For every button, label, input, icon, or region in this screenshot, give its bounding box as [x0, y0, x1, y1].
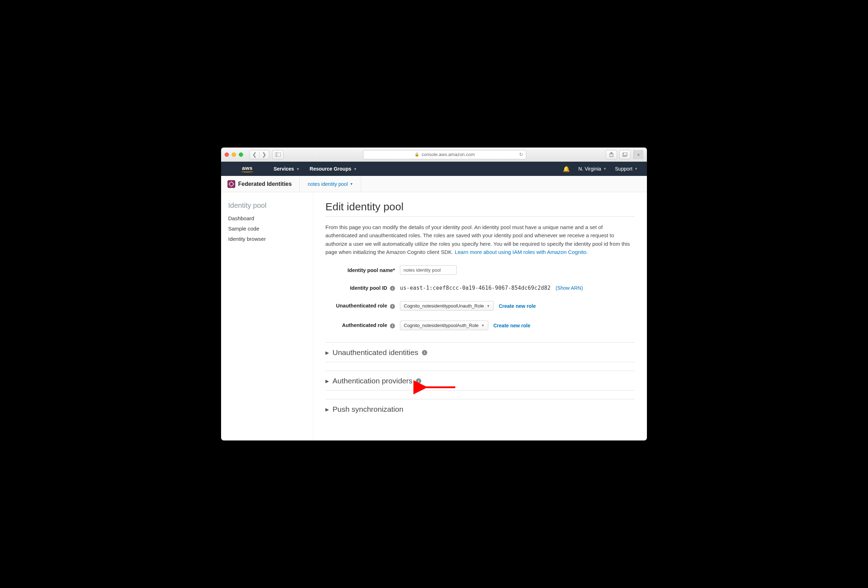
unauthenticated-role-label: Unauthenticated role i [325, 303, 400, 309]
service-title[interactable]: Federated Identities [238, 176, 300, 192]
resource-groups-menu[interactable]: Resource Groups ▼ [305, 162, 362, 176]
chevron-down-icon: ▼ [481, 324, 484, 327]
collapse-caret-icon: ▶ [325, 350, 329, 355]
identity-pool-name-input[interactable] [400, 265, 457, 275]
identity-pool-id-label: Identity pool ID i [325, 285, 400, 291]
aws-logo[interactable]: aws [241, 165, 253, 172]
share-icon [609, 152, 614, 157]
new-tab-button[interactable]: + [633, 150, 644, 159]
fullscreen-window-button[interactable] [239, 152, 243, 157]
show-arn-link[interactable]: (Show ARN) [556, 285, 583, 291]
sidebar-item-identity-browser[interactable]: Identity browser [228, 234, 306, 244]
section-push-synchronization[interactable]: ▶ Push synchronization [325, 405, 635, 415]
info-icon[interactable]: i [390, 286, 395, 291]
create-new-role-link-auth[interactable]: Create new role [493, 323, 530, 329]
svg-rect-5 [623, 152, 627, 156]
chevron-down-icon: ▼ [487, 304, 490, 308]
create-new-role-link-unauth[interactable]: Create new role [499, 303, 536, 309]
chevron-down-icon: ▼ [350, 182, 353, 186]
section-unauthenticated-identities[interactable]: ▶ Unauthenticated identities i [325, 348, 635, 362]
aws-header: aws Services ▼ Resource Groups ▼ 🔔 N. Vi… [221, 162, 647, 176]
main-content: Edit identity pool From this page you ca… [313, 192, 647, 441]
federated-identities-icon [227, 180, 235, 188]
sidebar-icon [275, 152, 281, 157]
chevron-down-icon: ▼ [635, 167, 638, 171]
share-button[interactable] [606, 150, 617, 159]
chevron-down-icon: ▼ [353, 167, 357, 171]
sidebar-heading: Identity pool [228, 202, 306, 209]
tabs-icon [623, 152, 627, 157]
info-icon[interactable]: i [422, 350, 427, 355]
bell-icon: 🔔 [563, 166, 570, 172]
service-subheader: Federated Identities notes identity pool… [221, 176, 647, 192]
info-icon[interactable]: i [390, 304, 395, 309]
back-button[interactable]: ❮ [250, 152, 260, 158]
learn-more-link[interactable]: Learn more about using IAM roles with Am… [455, 249, 588, 255]
chevron-down-icon: ▼ [603, 167, 607, 171]
info-icon[interactable]: i [390, 323, 395, 329]
window-controls [224, 152, 243, 157]
minimize-window-button[interactable] [232, 152, 236, 157]
collapse-caret-icon: ▶ [325, 379, 329, 384]
unauthenticated-role-select[interactable]: Cognito_notesidentitypoolUnauth_Role ▼ [400, 301, 494, 311]
section-authentication-providers[interactable]: ▶ Authentication providers i [325, 377, 635, 390]
services-menu[interactable]: Services ▼ [269, 162, 305, 176]
authenticated-role-label: Authenticated role i [325, 322, 400, 329]
lock-icon: 🔒 [415, 152, 419, 157]
identity-pool-name-label: Identity pool name* [325, 267, 400, 273]
browser-chrome: ❮ ❯ 🔒 console.aws.amazon.com ↻ + [221, 147, 647, 162]
address-bar[interactable]: 🔒 console.aws.amazon.com ↻ [363, 150, 526, 159]
support-menu[interactable]: Support ▼ [611, 166, 642, 172]
chevron-down-icon: ▼ [296, 167, 300, 171]
identity-pool-selector[interactable]: notes identity pool ▼ [300, 176, 361, 192]
page-description: From this page you can modify the detail… [325, 223, 635, 256]
sidebar-item-sample-code[interactable]: Sample code [228, 223, 306, 234]
aws-smile-icon [241, 170, 253, 172]
identity-pool-id-value: us-east-1:ceef8ccc-0a19-4616-9067-854dc6… [400, 285, 551, 291]
reload-button[interactable]: ↻ [519, 152, 523, 157]
svg-rect-0 [275, 152, 281, 157]
sidebar-toggle-button[interactable] [272, 150, 283, 159]
page-title: Edit identity pool [325, 201, 635, 217]
region-selector[interactable]: N. Virginia ▼ [574, 166, 611, 172]
tabs-button[interactable] [619, 150, 630, 159]
url-text: console.aws.amazon.com [422, 152, 475, 157]
svg-rect-6 [229, 181, 234, 187]
nav-back-forward: ❮ ❯ [249, 150, 269, 159]
close-window-button[interactable] [224, 152, 229, 157]
sidebar-item-dashboard[interactable]: Dashboard [228, 213, 306, 223]
sidebar: Identity pool Dashboard Sample code Iden… [221, 192, 313, 441]
info-icon[interactable]: i [416, 379, 421, 384]
notifications-button[interactable]: 🔔 [558, 166, 574, 172]
collapse-caret-icon: ▶ [325, 407, 329, 412]
authenticated-role-select[interactable]: Cognito_notesidentitypoolAuth_Role ▼ [400, 321, 488, 330]
forward-button[interactable]: ❯ [260, 152, 269, 158]
